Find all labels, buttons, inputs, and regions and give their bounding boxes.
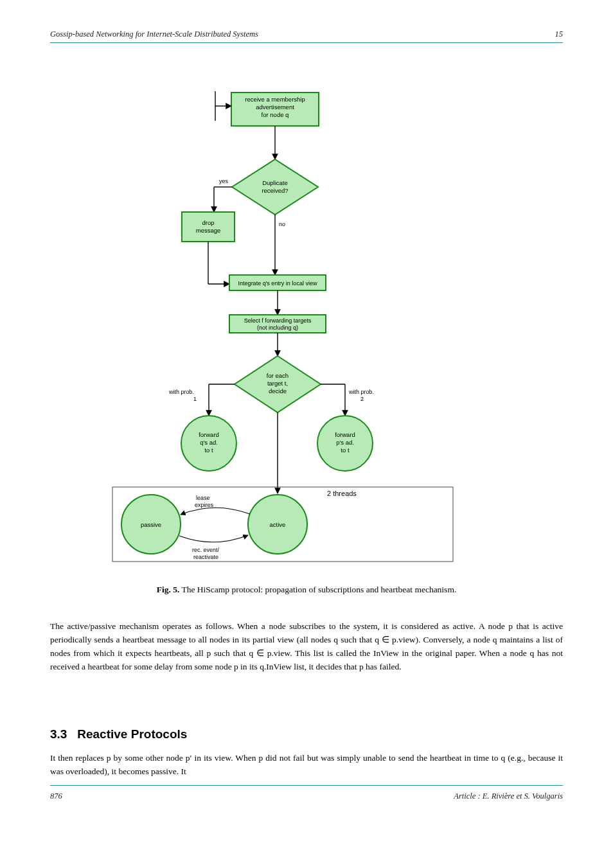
svg-text:yes: yes xyxy=(219,178,229,184)
svg-text:for each: for each xyxy=(267,372,289,379)
node-integrate: Integrate q's entry in local view xyxy=(229,275,326,290)
svg-text:to t: to t xyxy=(204,447,213,454)
heading-number: 3.3 xyxy=(50,727,67,741)
header-page: 15 xyxy=(555,30,564,39)
svg-text:target t,: target t, xyxy=(267,380,288,387)
svg-text:reactivate: reactivate xyxy=(193,554,218,560)
footer-rule xyxy=(50,785,563,786)
svg-text:1: 1 xyxy=(193,396,197,402)
svg-text:2: 2 xyxy=(360,396,364,402)
svg-text:forward: forward xyxy=(199,431,219,438)
paragraph-1: The active/passive mechanism operates as… xyxy=(50,620,563,674)
svg-text:forward: forward xyxy=(335,431,355,438)
footer-left: 876 xyxy=(50,792,62,801)
svg-text:Integrate q's entry in local v: Integrate q's entry in local view xyxy=(238,280,317,287)
footer-right: Article : E. Rivière et S. Voulgaris xyxy=(454,792,563,801)
svg-text:received?: received? xyxy=(262,187,288,194)
node-select: Select f forwarding targets (not includi… xyxy=(229,315,326,333)
svg-text:Select f forwarding targets: Select f forwarding targets xyxy=(244,317,312,324)
svg-text:2 threads: 2 threads xyxy=(327,490,357,497)
svg-text:no: no xyxy=(279,221,285,227)
svg-text:passive: passive xyxy=(141,521,161,528)
svg-text:active: active xyxy=(270,521,286,528)
svg-text:to t: to t xyxy=(341,447,350,454)
figure-flowchart: receive a membership advertisement for n… xyxy=(106,69,459,569)
header-rule xyxy=(50,42,563,43)
node-receive: receive a membership advertisement for n… xyxy=(231,93,319,126)
node-decide: for each target t, decide xyxy=(235,356,321,412)
section-heading: 3.3 Reactive Protocols xyxy=(50,727,187,741)
node-drop: drop message xyxy=(182,212,235,242)
svg-text:receive a membership: receive a membership xyxy=(245,96,305,103)
svg-text:drop: drop xyxy=(202,219,214,226)
svg-text:advertisement: advertisement xyxy=(256,103,294,111)
node-forward-q: forward q's ad. to t xyxy=(181,416,236,471)
svg-text:q's ad.: q's ad. xyxy=(200,439,218,446)
heading-text: Reactive Protocols xyxy=(77,727,187,741)
svg-text:for node q: for node q xyxy=(262,111,289,118)
node-duplicate-decision: Duplicate received? xyxy=(232,159,318,215)
svg-text:message: message xyxy=(196,227,221,234)
figure-caption: Fig. 5. The HiScamp protocol: propagatio… xyxy=(50,583,563,596)
svg-text:expires: expires xyxy=(195,502,214,508)
svg-text:with prob.: with prob. xyxy=(168,389,194,395)
paragraph-2: It then replaces p by some other node p′… xyxy=(50,752,563,779)
page: Gossip-based Networking for Internet-Sca… xyxy=(0,0,613,868)
node-passive: passive xyxy=(121,495,181,554)
svg-text:rec. event/: rec. event/ xyxy=(192,547,220,553)
svg-text:p's ad.: p's ad. xyxy=(336,439,354,446)
node-forward-p: forward p's ad. to t xyxy=(317,416,373,471)
svg-text:decide: decide xyxy=(269,387,287,394)
svg-text:Duplicate: Duplicate xyxy=(262,179,288,186)
svg-text:lease: lease xyxy=(196,495,210,501)
svg-text:with prob.: with prob. xyxy=(348,389,374,395)
svg-text:(not including q): (not including q) xyxy=(257,324,298,331)
header-title: Gossip-based Networking for Internet-Sca… xyxy=(50,30,258,39)
node-active: active xyxy=(248,495,307,554)
